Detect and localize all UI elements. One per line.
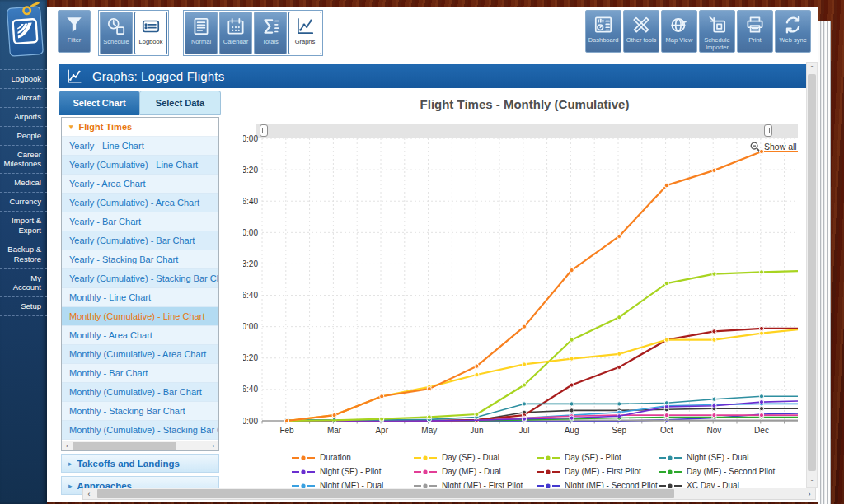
legend-item-day-se-pilot: Day (SE) - Pilot [536, 453, 621, 462]
legend-marker-icon [536, 468, 560, 476]
toolbar-filter-group: Filter [58, 10, 91, 53]
chart-list-item-yearly-area-chart[interactable]: Yearly - Area Chart [62, 175, 218, 194]
tab-select-data[interactable]: Select Data [139, 91, 221, 115]
sidebar-item-people[interactable]: People [0, 126, 47, 145]
map-view-icon [668, 14, 690, 35]
toolbar-button-schedule[interactable]: Schedule [100, 12, 133, 54]
svg-text:Jun: Jun [470, 426, 483, 435]
chart-list-item-yearly-cumulative-line-chart[interactable]: Yearly (Cumulative) - Line Chart [62, 156, 218, 175]
sidebar-item-backup-restore[interactable]: Backup & Restore [0, 240, 47, 268]
chart-list-item-monthly-cumulative-bar-chart[interactable]: Monthly (Cumulative) - Bar Chart [62, 383, 218, 402]
sidebar-item-setup[interactable]: Setup [0, 296, 47, 316]
normal-icon [190, 16, 212, 37]
toolbar-button-logbook[interactable]: Logbook [134, 12, 167, 54]
chart-list-item-monthly-bar-chart[interactable]: Monthly - Bar Chart [62, 364, 218, 383]
scroll-right-icon[interactable]: › [209, 441, 218, 450]
chart-list-item-yearly-bar-chart[interactable]: Yearly - Bar Chart [62, 212, 218, 231]
chart-list-item-monthly-cumulative-line-chart[interactable]: Monthly (Cumulative) - Line Chart [62, 307, 218, 326]
legend-label: Day (ME) - First Pilot [565, 467, 641, 476]
chart-list-item-yearly-stacking-bar-chart[interactable]: Yearly - Stacking Bar Chart [62, 250, 218, 269]
toolbar-button-calendar[interactable]: Calendar [219, 12, 252, 54]
chart-list-item-monthly-stacking-bar-chart[interactable]: Monthly - Stacking Bar Chart [62, 402, 218, 421]
sidebar-item-career-milestones[interactable]: Career Milestones [0, 145, 47, 174]
chart-list-item-monthly-line-chart[interactable]: Monthly - Line Chart [62, 288, 218, 307]
chart-list-item-yearly-line-chart[interactable]: Yearly - Line Chart [62, 137, 218, 156]
chart-list-item-monthly-cumulative-stacking-bar-chart[interactable]: Monthly (Cumulative) - Stacking Bar Char… [62, 421, 218, 440]
toolbar-button-schedule-importer[interactable]: Schedule Importer [699, 10, 735, 53]
svg-text:Mar: Mar [327, 426, 342, 435]
chart-list-hscroll-thumb[interactable] [73, 442, 176, 450]
toolbar-button-dashboard[interactable]: Dashboard [585, 10, 621, 53]
svg-text:33:20: 33:20 [243, 353, 258, 362]
chart-list: ▾ Flight Times Yearly - Line ChartYearly… [61, 117, 219, 451]
page-hscroll-thumb[interactable] [97, 489, 674, 498]
page-title: Graphs: Logged Flights [92, 69, 224, 83]
graphs-header-icon [65, 68, 83, 86]
chart-list-item-yearly-cumulative-bar-chart[interactable]: Yearly (Cumulative) - Bar Chart [62, 231, 218, 250]
page-horizontal-scrollbar[interactable]: ‹ › [82, 488, 816, 500]
graphs-icon [294, 16, 316, 37]
svg-text:0:00: 0:00 [243, 417, 258, 426]
chart-list-item-monthly-cumulative-area-chart[interactable]: Monthly (Cumulative) - Area Chart [62, 345, 218, 364]
sidebar-item-aircraft[interactable]: Aircraft [0, 88, 47, 107]
legend-item-day-me-second-pilot: Day (ME) - Second Pilot [658, 467, 775, 476]
scroll-up-icon[interactable]: ˆ [807, 63, 817, 72]
scroll-left-icon[interactable]: ‹ [83, 488, 95, 499]
chart-list-hscrollbar[interactable]: ‹ › [62, 441, 218, 450]
toolbar-button-label: Filter [67, 37, 82, 44]
legend-item-night-me-second-pilot: Night (ME) - Second Pilot [536, 481, 658, 488]
legend-item-duration: Duration [291, 453, 351, 462]
collapse-triangle-icon: ▾ [69, 123, 73, 131]
toolbar-button-label: Map View [665, 37, 694, 44]
legend-item-day-se-dual: Day (SE) - Dual [413, 453, 499, 462]
svg-text:50:00: 50:00 [243, 322, 258, 331]
chart-list-items: Yearly - Line ChartYearly (Cumulative) -… [62, 137, 218, 440]
legend-label: Day (SE) - Dual [442, 453, 499, 462]
vscroll-thumb[interactable] [808, 74, 816, 471]
sidebar-item-currency[interactable]: Currency [0, 192, 47, 211]
legend-marker-icon [413, 454, 438, 462]
toolbar-button-totals[interactable]: Totals [254, 12, 287, 54]
tab-select-chart[interactable]: Select Chart [59, 91, 139, 115]
other-tools-icon [631, 14, 652, 35]
sidebar-item-medical[interactable]: Medical [0, 173, 47, 192]
legend-item-day-me-dual: Day (ME) - Dual [413, 467, 501, 476]
toolbar-button-web-sync[interactable]: Web sync [775, 10, 811, 53]
dashboard-icon [593, 14, 614, 35]
scroll-down-icon[interactable]: ˇ [807, 477, 817, 487]
expand-triangle-icon: ▸ [68, 482, 73, 490]
toolbar-button-graphs[interactable]: Graphs [288, 12, 321, 54]
filter-icon [63, 14, 85, 35]
sidebar-item-import-export[interactable]: Import & Export [0, 211, 47, 240]
toolbar-button-normal[interactable]: Normal [185, 12, 218, 54]
legend-label: Day (SE) - Pilot [565, 453, 621, 462]
legend-marker-icon [291, 468, 316, 476]
svg-text:Nov: Nov [707, 426, 722, 435]
vertical-scrollbar[interactable]: ˆ ˇ [806, 62, 818, 488]
toolbar-button-map-view[interactable]: Map View [661, 10, 697, 53]
toolbar-button-label: Graphs [294, 39, 316, 46]
scroll-right-icon[interactable]: › [804, 488, 815, 499]
sidebar-item-logbook[interactable]: Logbook [0, 69, 47, 88]
scroll-left-icon[interactable]: ‹ [62, 441, 72, 450]
print-icon [744, 14, 766, 35]
svg-text:Sep: Sep [612, 426, 626, 435]
sidebar-item-my-account[interactable]: My Account [0, 268, 47, 297]
chart-list-item-yearly-cumulative-stacking-bar-chart[interactable]: Yearly (Cumulative) - Stacking Bar Chart [62, 269, 218, 288]
toolbar-button-other-tools[interactable]: Other tools [623, 10, 659, 53]
legend-label: Day (ME) - Dual [442, 467, 501, 476]
calendar-icon [225, 16, 246, 37]
chart-list-item-yearly-cumulative-area-chart[interactable]: Yearly (Cumulative) - Area Chart [62, 194, 218, 212]
sidebar-item-airports[interactable]: Airports [0, 107, 47, 126]
legend-label: Night (ME) - Dual [320, 481, 383, 488]
svg-text:Dec: Dec [754, 426, 769, 435]
toolbar-right-group: DashboardOther toolsMap ViewSchedule Imp… [585, 10, 811, 53]
chart-group-flight-times[interactable]: ▾ Flight Times [62, 118, 218, 137]
toolbar-button-filter[interactable]: Filter [58, 10, 91, 53]
group-takeoffs-landings[interactable]: ▸ Takeoffs and Landings [61, 454, 219, 473]
legend-item-night-se-pilot: Night (SE) - Pilot [291, 467, 381, 476]
legend-marker-icon [658, 468, 682, 476]
chart-list-item-monthly-area-chart[interactable]: Monthly - Area Chart [62, 326, 218, 345]
toolbar-button-print[interactable]: Print [737, 10, 773, 53]
legend-label: Duration [320, 453, 351, 462]
